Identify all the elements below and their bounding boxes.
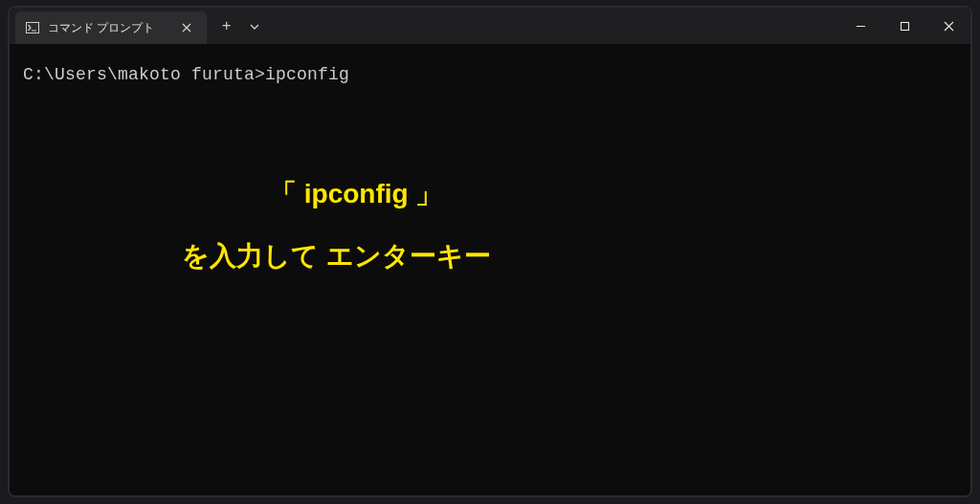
new-tab-button[interactable]: + bbox=[216, 15, 236, 36]
titlebar-left: コマンド プロンプト + bbox=[10, 8, 273, 44]
cmd-icon bbox=[25, 20, 40, 35]
tab-content: コマンド プロンプト bbox=[25, 20, 154, 36]
close-window-button[interactable] bbox=[926, 8, 970, 44]
tab-actions: + bbox=[207, 8, 273, 44]
tab-dropdown-icon[interactable] bbox=[246, 18, 263, 33]
annotation-overlay: 「 ipconfig 」 を入力して エンターキー bbox=[182, 168, 491, 281]
svg-rect-5 bbox=[901, 22, 908, 30]
tab-title: コマンド プロンプト bbox=[48, 20, 154, 36]
terminal-body[interactable]: C:\Users\makoto furuta>ipconfig 「 ipconf… bbox=[10, 44, 970, 495]
titlebar: コマンド プロンプト + bbox=[10, 8, 970, 44]
active-tab[interactable]: コマンド プロンプト bbox=[15, 11, 207, 44]
terminal-window: コマンド プロンプト + bbox=[8, 6, 972, 497]
annotation-line2: を入力して エンターキー bbox=[182, 230, 491, 281]
svg-rect-0 bbox=[27, 23, 39, 33]
close-tab-icon[interactable] bbox=[178, 19, 195, 36]
minimize-button[interactable] bbox=[838, 8, 882, 44]
window-controls bbox=[838, 8, 970, 44]
prompt-line: C:\Users\makoto furuta>ipconfig bbox=[23, 65, 957, 84]
typed-command: ipconfig bbox=[265, 65, 349, 84]
annotation-line1: 「 ipconfig 」 bbox=[182, 168, 491, 219]
maximize-button[interactable] bbox=[882, 8, 926, 44]
prompt-path: C:\Users\makoto furuta> bbox=[23, 65, 265, 84]
